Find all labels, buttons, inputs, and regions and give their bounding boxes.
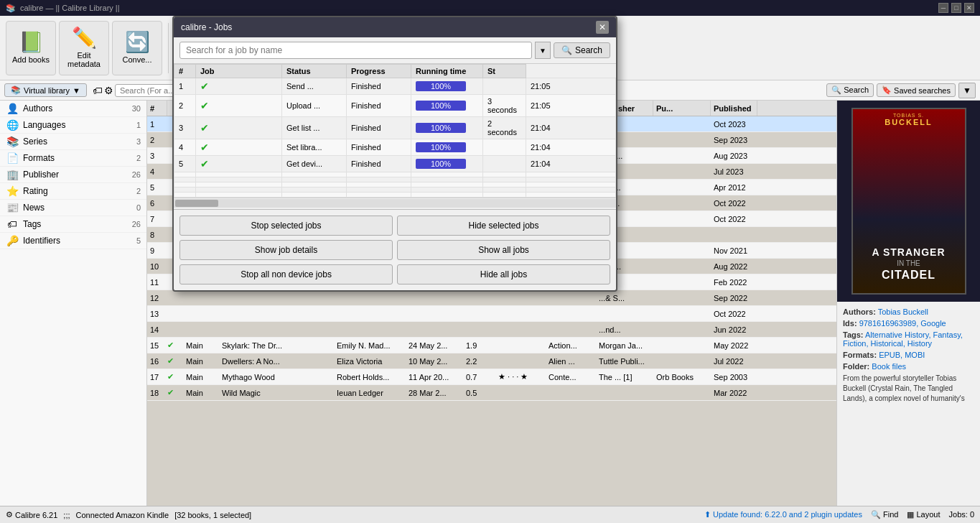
table-row[interactable] (174, 193, 616, 198)
sidebar-item-label: Identifiers (23, 236, 60, 246)
gear-icon: ⚙ (104, 85, 113, 96)
publisher-icon: 🏢 (6, 169, 19, 180)
configure-icon: ⚙ (6, 510, 13, 519)
table-row[interactable]: 12...& S...Sep 2022 (147, 290, 836, 306)
horizontal-scrollbar[interactable] (174, 198, 616, 210)
row-st: 21:05 (526, 78, 616, 95)
show-job-details-button[interactable]: Show job details (179, 240, 393, 260)
ids-value: 9781616963989, Google (859, 319, 946, 328)
search-icon: 🔍 (561, 45, 572, 55)
series-count: 3 (136, 137, 141, 146)
book-details: Authors: Tobias Buckell Ids: 97816169639… (837, 302, 980, 409)
sidebar-item-formats[interactable]: 📄 Formats 2 (0, 150, 146, 167)
table-row[interactable] (174, 182, 616, 188)
edit-metadata-button[interactable]: ✏️ Edit metadata (59, 21, 109, 75)
folder-detail: Folder: Book files (843, 362, 974, 371)
show-all-jobs-button[interactable]: Show all jobs (397, 240, 610, 260)
convert-label: Conve... (123, 55, 152, 64)
table-row[interactable]: 17 ✔ Main Mythago Wood Robert Holds... 1… (147, 369, 836, 385)
jobs-indicator[interactable]: Jobs: 0 (949, 510, 974, 519)
row-running-time (483, 78, 526, 95)
col-progress-header: Progress (347, 65, 411, 78)
books-info: [32 books, 1 selected] (174, 511, 251, 519)
sidebar-item-label: Languages (23, 120, 65, 130)
sidebar-item-label: Publisher (23, 170, 59, 180)
configure-button[interactable]: ⚙ Calibre 6.21 (6, 510, 57, 519)
formats-detail: Formats: EPUB, MOBI (843, 351, 974, 359)
add-books-button[interactable]: 📗 Add books (6, 21, 56, 75)
dropdown-arrow-btn[interactable]: ▼ (958, 83, 976, 98)
table-row[interactable]: 15 ✔ Main Skylark: The Dr... Emily N. Ma… (147, 338, 836, 353)
status-bar: ⚙ Calibre 6.21 ;;; Connected Amazon Kind… (0, 506, 980, 523)
sidebar-item-tags[interactable]: 🏷 Tags 26 (0, 216, 146, 233)
convert-button[interactable]: 🔄 Conve... (112, 21, 162, 75)
sidebar-item-rating[interactable]: ⭐ Rating 2 (0, 183, 146, 200)
maximize-button[interactable]: □ (951, 3, 961, 13)
author-value: Tobias Buckell (878, 307, 928, 316)
title-bar: 📚 calibre — || Calibre Library || ─ □ ✕ (0, 0, 980, 16)
hide-all-jobs-button[interactable]: Hide all jobs (397, 264, 610, 284)
authors-count: 30 (132, 104, 141, 113)
virtual-library-button[interactable]: 📚 Virtual library ▼ (4, 83, 87, 97)
table-row[interactable] (174, 188, 616, 193)
author-label: Authors: (843, 307, 876, 316)
table-row[interactable]: 14...nd...Jun 2022 (147, 322, 836, 338)
search-button[interactable]: 🔍 Search (826, 83, 874, 97)
job-search-input[interactable] (179, 42, 532, 59)
table-row[interactable]: 4 ✔ Set libra... Finished 100% 21:04 (174, 139, 616, 156)
sidebar-item-publisher[interactable]: 🏢 Publisher 26 (0, 167, 146, 183)
job-search-button[interactable]: 🔍 Search (554, 42, 610, 58)
minimize-button[interactable]: ─ (938, 3, 948, 13)
virtual-library-icon: 📚 (11, 85, 21, 95)
update-link[interactable]: ⬆ Update found: 6.22.0 and 2 plugin upda… (704, 510, 862, 519)
modal-search-bar: ▼ 🔍 Search (174, 37, 616, 64)
sidebar-item-news[interactable]: 📰 News 0 (0, 200, 146, 216)
layout-button[interactable]: ▦ Layout (907, 510, 940, 519)
table-row[interactable]: 16 ✔ Main Dwellers: A No... Eliza Victor… (147, 353, 836, 369)
convert-icon: 🔄 (125, 32, 150, 52)
virtual-library-label: Virtual library (24, 86, 70, 95)
sidebar-item-authors[interactable]: 👤 Authors 30 (0, 101, 146, 117)
table-row[interactable]: 1 ✔ Send ... Finished 100% 21:05 (174, 78, 616, 95)
author-detail: Authors: Tobias Buckell (843, 307, 974, 316)
close-button[interactable]: ✕ (964, 3, 974, 13)
formats-label: Formats: (843, 351, 877, 359)
scrollbar-thumb[interactable] (175, 200, 218, 207)
find-button[interactable]: 🔍 Find (871, 510, 898, 519)
table-row[interactable] (174, 172, 616, 177)
table-row[interactable]: 13Oct 2022 (147, 306, 836, 322)
ids-detail: Ids: 9781616963989, Google (843, 319, 974, 328)
col-num-header: # (174, 65, 196, 78)
jobs-modal[interactable]: calibre - Jobs ✕ ▼ 🔍 Search # Job Status… (172, 16, 617, 292)
modal-titlebar: calibre - Jobs ✕ (174, 17, 616, 37)
tags-icon: 🏷 (6, 218, 19, 230)
row-published: Oct 2023 (711, 120, 757, 129)
modal-buttons: Stop selected jobs Hide selected jobs Sh… (174, 210, 616, 290)
layout-icon: ▦ (907, 510, 914, 519)
search-icon: 🔍 (831, 85, 841, 94)
table-row[interactable]: 3 ✔ Get list ... Finished 100% 2 seconds… (174, 117, 616, 139)
edit-metadata-label: Edit metadata (62, 51, 106, 68)
authors-icon: 👤 (6, 103, 19, 114)
stop-non-device-jobs-button[interactable]: Stop all non device jobs (179, 264, 393, 284)
table-row[interactable]: 2 ✔ Upload ... Finished 100% 3 seconds 2… (174, 95, 616, 117)
app-icon: 📚 (6, 4, 16, 13)
stop-selected-jobs-button[interactable]: Stop selected jobs (179, 216, 393, 236)
sidebar-item-series[interactable]: 📚 Series 3 (0, 134, 146, 150)
chevron-down-icon: ▼ (73, 86, 80, 95)
modal-close-button[interactable]: ✕ (596, 21, 609, 34)
rating-count: 2 (136, 187, 141, 195)
row-status: Finished (347, 78, 411, 95)
search-dropdown-button[interactable]: ▼ (535, 42, 551, 59)
sidebar-item-identifiers[interactable]: 🔑 Identifiers 5 (0, 233, 146, 249)
formats-icon: 📄 (6, 152, 19, 164)
saved-searches-button[interactable]: 🔖 Saved searches (877, 83, 956, 97)
hide-selected-jobs-button[interactable]: Hide selected jobs (397, 216, 610, 236)
ids-label: Ids: (843, 319, 857, 328)
languages-icon: 🌐 (6, 119, 19, 131)
add-books-icon: 📗 (19, 32, 44, 52)
table-row[interactable] (174, 177, 616, 182)
table-row[interactable]: 18 ✔ Main Wild Magic Ieuan Ledger 28 Mar… (147, 385, 836, 401)
sidebar-item-languages[interactable]: 🌐 Languages 1 (0, 117, 146, 134)
table-row[interactable]: 5 ✔ Get devi... Finished 100% 21:04 (174, 156, 616, 172)
